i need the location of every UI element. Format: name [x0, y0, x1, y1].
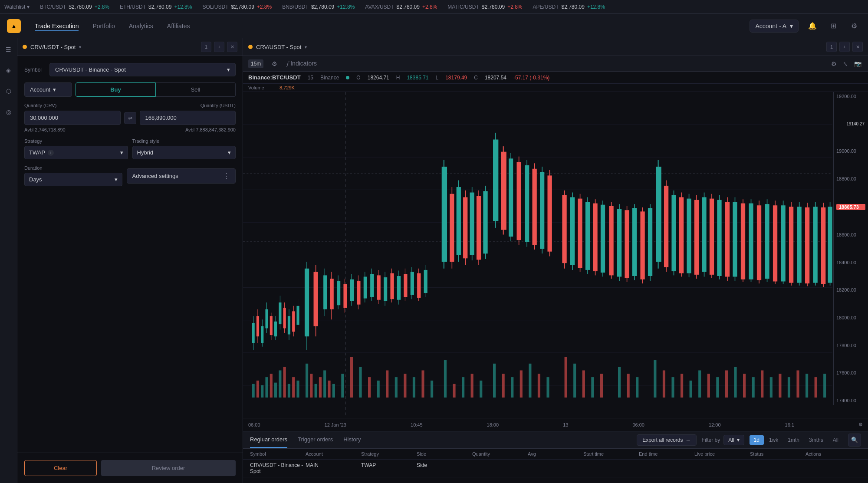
tab-trigger-orders[interactable]: Trigger orders	[298, 432, 333, 448]
chart-add-button[interactable]: +	[839, 42, 850, 52]
svg-rect-51	[538, 374, 540, 398]
nav-analytics[interactable]: Analytics	[129, 21, 153, 31]
trading-style-dropdown[interactable]: Hybrid ▾	[132, 146, 236, 159]
chart-settings-icon[interactable]: ⚙	[858, 422, 863, 427]
notification-bell-icon[interactable]: 🔔	[806, 19, 819, 33]
svg-rect-214	[733, 202, 737, 276]
ticker-change: +2.8%	[257, 4, 272, 10]
period-all-button[interactable]: All	[829, 435, 843, 445]
trading-style-label: Trading style	[132, 138, 236, 144]
panel-add-button[interactable]: +	[214, 42, 224, 52]
buy-sell-controls: Account ▾ Buy Sell	[24, 82, 236, 97]
svg-rect-192	[648, 208, 652, 276]
symbol-dropdown[interactable]: CRV/USDT - Binance - Spot ▾	[49, 63, 236, 76]
period-1mth-button[interactable]: 1mth	[783, 435, 804, 445]
tab-history[interactable]: History	[343, 432, 361, 448]
svg-rect-184	[617, 209, 621, 276]
ticker-item-btc[interactable]: BTC/USDT $2,780.09 +2.8%	[40, 4, 109, 10]
account-button[interactable]: Account ▾	[24, 82, 72, 97]
dropdown-arrow-icon[interactable]: ▾	[79, 45, 81, 49]
advanced-settings-panel[interactable]: Advanced settings ⋮	[127, 168, 236, 184]
indicators-button[interactable]: 𝑓 Indicators	[286, 59, 318, 69]
ticker-item-bnb[interactable]: BNB/USDT $2,780.09 +12.8%	[282, 4, 355, 10]
timeframe-15m-button[interactable]: 15m	[248, 59, 263, 68]
col-actions: Actions	[806, 451, 861, 457]
ellipsis-icon: ⋮	[223, 172, 230, 180]
svg-rect-226	[781, 205, 785, 281]
svg-rect-30	[341, 374, 344, 398]
col-account: Account	[306, 451, 361, 457]
qty-usdt-input[interactable]	[140, 111, 236, 125]
ticker-item-sol[interactable]: SOL/USDT $2,780.09 +2.8%	[202, 4, 272, 10]
ticker-item-matic[interactable]: MATIC/USDT $2,780.09 +2.8%	[447, 4, 522, 10]
period-3mths-button[interactable]: 3mths	[805, 435, 828, 445]
sell-button[interactable]: Sell	[156, 82, 236, 97]
ticker-item-eth[interactable]: ETH/USDT $2,780.09 +12.8%	[120, 4, 192, 10]
ticker-bar: Watchlist ▾ BTC/USDT $2,780.09 +2.8% ETH…	[0, 0, 868, 14]
svg-rect-118	[357, 281, 360, 305]
chart-expand-icon[interactable]: ⤡	[842, 59, 849, 69]
sidebar-user-icon[interactable]: ◎	[3, 106, 15, 118]
volume-value: 8,729K	[279, 85, 295, 90]
ticker-change: +2.8%	[95, 4, 109, 10]
time-label: 06:00	[248, 422, 260, 427]
settings-gear-icon[interactable]: ⚙	[847, 19, 861, 33]
svg-rect-63	[671, 377, 674, 398]
strategy-dropdown[interactable]: TWAP i ▾	[24, 146, 128, 159]
logo: ▲	[7, 19, 21, 33]
clear-button[interactable]: Clear	[24, 460, 97, 476]
nav-affiliates[interactable]: Affiliates	[167, 21, 190, 31]
ticker-pair: AVAX/USDT	[365, 4, 394, 10]
chart-pair-label: CRV/USDT - Spot	[256, 44, 301, 50]
buy-button[interactable]: Buy	[76, 82, 156, 97]
price-level: 17800.00	[836, 343, 865, 348]
svg-rect-168	[547, 175, 552, 251]
svg-rect-69	[725, 370, 728, 398]
svg-rect-164	[533, 169, 537, 245]
svg-rect-64	[681, 374, 683, 398]
duration-dropdown[interactable]: Days ▾	[24, 173, 122, 186]
sidebar-chart-icon[interactable]: ◈	[3, 64, 15, 76]
qty-crv-input[interactable]	[24, 111, 121, 125]
review-order-button[interactable]: Review order	[101, 460, 236, 476]
svg-rect-124	[377, 275, 381, 299]
dropdown-arrow-icon[interactable]: ▾	[305, 45, 307, 49]
grid-icon[interactable]: ⊞	[826, 19, 840, 33]
nav-trade-execution[interactable]: Trade Execution	[35, 21, 79, 31]
period-1d-button[interactable]: 1d	[750, 435, 764, 445]
swap-icon[interactable]: ⇌	[124, 112, 136, 124]
panel-close-button[interactable]: ✕	[227, 42, 237, 52]
ticker-item-avax[interactable]: AVAX/USDT $2,780.09 +2.8%	[365, 4, 437, 10]
chart-settings-right-icon[interactable]: ⚙	[830, 59, 838, 69]
strategy-inner: TWAP i	[29, 149, 54, 156]
search-button[interactable]: 🔍	[848, 434, 861, 447]
info-icon[interactable]: i	[48, 150, 54, 156]
table-row: CRV/USDT - Binance - Spot MAIN TWAP Side	[243, 460, 868, 477]
export-records-button[interactable]: Export all records →	[637, 434, 696, 446]
ohlc-o-label: O	[356, 75, 360, 81]
chart-panel-header: CRV/USDT - Spot ▾ 1 + ✕	[243, 38, 868, 56]
svg-rect-142	[450, 194, 454, 262]
sidebar-menu-icon[interactable]: ☰	[3, 43, 15, 56]
chart-camera-icon[interactable]: 📷	[853, 59, 863, 69]
account-selector[interactable]: Account - A ▾	[750, 20, 799, 33]
filter-dropdown[interactable]: All ▾	[723, 435, 744, 445]
sidebar-trade-icon[interactable]: ⬡	[3, 85, 15, 97]
advanced-settings-label: Advanced settings	[132, 173, 178, 179]
svg-rect-156	[501, 152, 506, 230]
svg-rect-86	[261, 326, 263, 343]
period-1wk-button[interactable]: 1wk	[765, 435, 783, 445]
svg-rect-110	[330, 279, 334, 309]
svg-rect-158	[509, 158, 513, 237]
ticker-item-ape[interactable]: APE/USDT $2,780.09 +12.8%	[533, 4, 605, 10]
chart-dot	[248, 45, 253, 49]
symbol-selector: Symbol CRV/USDT - Binance - Spot ▾	[24, 63, 236, 76]
tab-regular-orders[interactable]: Regluar orders	[250, 432, 287, 448]
chart-close-button[interactable]: ✕	[852, 42, 863, 52]
svg-rect-166	[540, 172, 544, 249]
svg-rect-58	[618, 367, 621, 398]
chart-settings-icon[interactable]: ⚙	[270, 59, 279, 69]
nav-portfolio[interactable]: Portfolio	[92, 21, 115, 31]
watchlist-button[interactable]: Watchlist ▾	[4, 4, 30, 10]
ohlc-h-value: 18385.71	[407, 75, 428, 81]
